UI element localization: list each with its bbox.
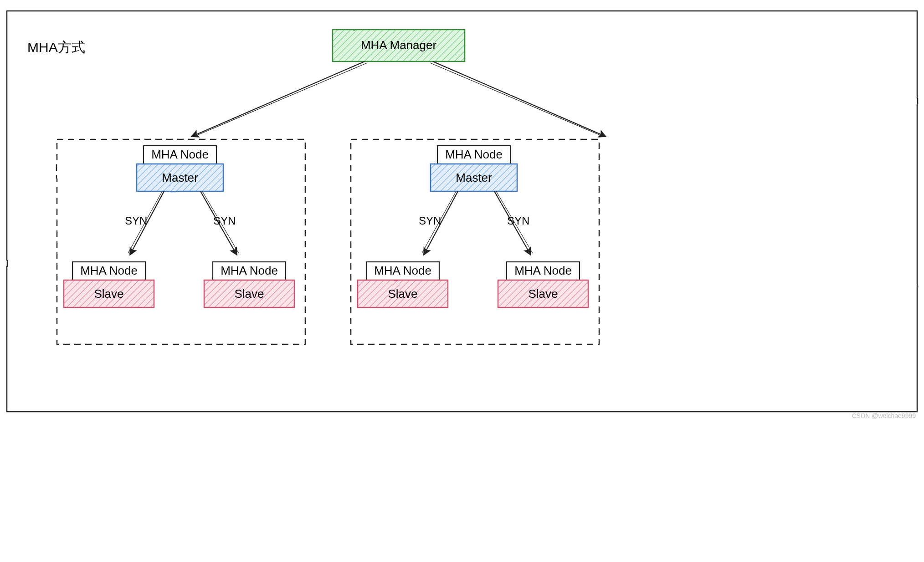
- cluster-1-master-label: Master: [456, 171, 492, 184]
- watermark: CSDN @weichao9999: [852, 412, 916, 419]
- diagram-canvas: MHA方式 MHA Manager MHA Node Master SYN SY…: [0, 0, 924, 562]
- cluster-0-slave-right-nodelabel: MHA Node: [221, 264, 278, 277]
- cluster-0-master-nodelabel: MHA Node: [151, 148, 209, 161]
- cluster-1-slave-left-nodelabel: MHA Node: [374, 264, 431, 277]
- arrow-manager-right: [433, 61, 606, 137]
- arrow-manager-left: [191, 61, 364, 137]
- diagram-title: MHA方式: [27, 40, 85, 55]
- cluster-1-slave-right-label: Slave: [528, 287, 558, 301]
- cluster-0-slave-right-label: Slave: [234, 287, 264, 301]
- cluster-1-slave-right-nodelabel: MHA Node: [514, 264, 572, 277]
- cluster-1-syn-right: SYN: [507, 215, 529, 227]
- cluster-0-syn-left: SYN: [125, 215, 147, 227]
- cluster-0-master-label: Master: [162, 171, 198, 184]
- mha-manager-label: MHA Manager: [361, 38, 437, 52]
- cluster-1-syn-left: SYN: [419, 215, 441, 227]
- arrow-manager-right-dbl: [430, 63, 601, 136]
- arrow-manager-left-dbl: [196, 63, 367, 136]
- cluster-0-slave-left-nodelabel: MHA Node: [80, 264, 138, 277]
- cluster-0-syn-right: SYN: [213, 215, 236, 227]
- cluster-1-slave-left-label: Slave: [388, 287, 417, 301]
- cluster-1-master-nodelabel: MHA Node: [445, 148, 503, 161]
- outer-border: [7, 11, 917, 412]
- cluster-0-slave-left-label: Slave: [94, 287, 123, 301]
